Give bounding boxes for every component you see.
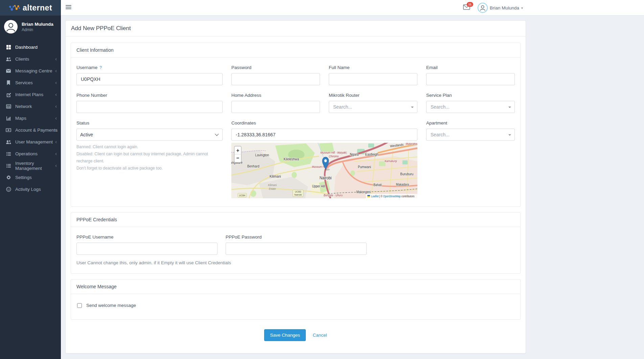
notifications-button[interactable]: 11 [463, 4, 470, 11]
sidebar-item-label: Activity Logs [15, 187, 41, 192]
sidebar-item-label: Inventory Management [15, 161, 61, 171]
map-zoom-in-button[interactable]: + [236, 147, 239, 153]
section-title: Welcome Message [71, 279, 520, 294]
svg-text:Makadara: Makadara [396, 183, 409, 186]
table-icon [5, 104, 12, 109]
sidebar-item-inventory-management[interactable]: Inventory Management ‹ [0, 160, 61, 172]
notification-badge: 11 [467, 2, 473, 7]
apartment-select[interactable]: Search... [426, 129, 515, 141]
svg-text:Benhard: Benhard [247, 164, 259, 168]
sidebar-item-label: Settings [15, 175, 32, 180]
chevron-left-icon: ‹ [55, 163, 57, 168]
send-welcome-message-label[interactable]: Send welcome message [86, 303, 136, 308]
sidebar-item-operations[interactable]: Operations ‹ [0, 148, 61, 160]
section-title: Client Information [71, 43, 520, 58]
sidebar-user-role: Admin [22, 27, 53, 32]
password-input[interactable] [231, 73, 320, 85]
user-menu[interactable]: Brian Mulunda ▾ [478, 3, 523, 13]
map-badge-ucb4: UCB4 [238, 193, 247, 197]
sidebar-item-messaging-centre[interactable]: Messaging Centre ‹ [0, 65, 61, 77]
sidebar-item-services[interactable]: Services ‹ [0, 77, 61, 89]
map-zoom-out-button[interactable]: − [236, 155, 239, 161]
sidebar-item-settings[interactable]: Settings [0, 172, 61, 183]
svg-text:Kamukunji: Kamukunji [385, 159, 397, 163]
sidebar-item-label: Account & Payments [15, 128, 58, 133]
envelope-icon [5, 68, 12, 74]
map-zoom-control[interactable]: + − [234, 146, 242, 162]
brand-name: alternet [23, 3, 52, 13]
pppoe-note: User Cannot change this, only admin. if … [76, 260, 515, 265]
sidebar-item-internet-plans[interactable]: Internet Plans ‹ [0, 89, 61, 100]
username-label: Username? [76, 65, 223, 70]
sidebar-item-label: Network [15, 104, 32, 109]
select-placeholder: Search... [431, 104, 450, 110]
svg-text:Bahati: Bahati [373, 183, 382, 187]
pppoe-password-input[interactable] [226, 243, 367, 255]
svg-text:Estate: Estate [269, 187, 276, 191]
email-input[interactable] [426, 73, 515, 85]
sidebar-item-label: Clients [15, 57, 29, 62]
phone-input[interactable] [76, 101, 223, 113]
coordinates-input[interactable] [231, 129, 417, 141]
svg-text:Museum Hill - Waiyaki;: Museum Hill - Waiyaki; [320, 151, 347, 154]
user-icon [5, 21, 17, 32]
leaflet-link[interactable]: Leaflet [371, 195, 379, 198]
status-select[interactable]: Active [76, 129, 223, 141]
chevron-left-icon: ‹ [55, 127, 57, 133]
mikrotik-router-select[interactable]: Search... [329, 101, 417, 113]
chevron-left-icon: ‹ [55, 115, 57, 121]
users-icon [5, 139, 12, 145]
password-label: Password [231, 65, 320, 70]
add-client-card: Add New PPPoE Client Client Information … [65, 20, 526, 354]
sidebar-item-label: Dashboard [15, 45, 38, 50]
sidebar-item-dashboard[interactable]: Dashboard [0, 41, 61, 53]
client-information-section: Client Information Username? Password Fu… [71, 43, 521, 207]
location-map[interactable]: Lavington Kileleshwa Benhard angware Kil… [231, 143, 417, 198]
map-badge-ucb3: UCB3 Nairobi [293, 190, 303, 197]
openstreetmap-link[interactable]: OpenStreetMap [383, 195, 401, 198]
sidebar-nav: Dashboard Clients ‹ Messaging Centre ‹ S… [0, 41, 61, 195]
chevron-left-icon: ‹ [55, 151, 57, 156]
svg-text:Upper Hill: Upper Hill [312, 184, 325, 188]
bar-chart-icon [5, 116, 12, 121]
svg-text:Chiromo: Chiromo [329, 154, 339, 158]
money-icon [5, 128, 12, 133]
svg-text:Kileleshwa: Kileleshwa [284, 157, 299, 161]
save-changes-button[interactable]: Save Changes [264, 329, 306, 341]
pppoe-username-input[interactable] [76, 243, 217, 255]
svg-text:Eastleigh: Eastleigh [365, 152, 378, 156]
sidebar-avatar [4, 20, 18, 33]
help-icon[interactable]: ? [99, 65, 102, 70]
home-address-label: Home Address [231, 93, 320, 98]
user-icon [479, 4, 486, 12]
pppoe-password-label: PPPoE Password [226, 234, 367, 240]
chevron-left-icon: ‹ [55, 68, 57, 73]
coordinates-label: Coordinates [231, 120, 417, 126]
sidebar-item-user-management[interactable]: User Management ‹ [0, 136, 61, 148]
sidebar-item-network[interactable]: Network ‹ [0, 100, 61, 112]
alternet-logo-icon [9, 4, 20, 12]
username-input[interactable] [76, 73, 223, 85]
pppoe-credentials-section: PPPoE Credentials PPPoE Username PPPoE P… [71, 212, 521, 274]
sidebar-item-maps[interactable]: Maps ‹ [0, 112, 61, 124]
topbar-user-name: Brian Mulunda [490, 5, 519, 10]
list-icon [5, 163, 12, 169]
send-welcome-message-checkbox[interactable] [77, 303, 82, 308]
sidebar-item-activity-logs[interactable]: Activity Logs [0, 183, 61, 195]
cancel-link[interactable]: Cancel [313, 333, 327, 338]
chevron-down-icon: ▾ [521, 6, 523, 10]
home-address-input[interactable] [231, 101, 320, 113]
list-icon [5, 151, 12, 157]
bookmark-icon [5, 80, 12, 86]
phone-label: Phone Number [76, 93, 223, 98]
select-placeholder: Search... [431, 132, 450, 137]
sidebar-user-panel: Brian Mulunda Admin [0, 16, 61, 39]
sidebar-toggle-button[interactable] [66, 5, 71, 10]
sidebar-item-account-payments[interactable]: Account & Payments ‹ [0, 124, 61, 136]
full-name-input[interactable] [329, 73, 417, 85]
sidebar-item-clients[interactable]: Clients ‹ [0, 53, 61, 65]
brand-logo[interactable]: alternet [0, 0, 61, 16]
service-plan-select[interactable]: Search... [426, 101, 515, 113]
svg-text:Nairobi: Nairobi [320, 175, 332, 180]
svg-text:Mutarakwa: Mutarakwa [406, 143, 417, 145]
